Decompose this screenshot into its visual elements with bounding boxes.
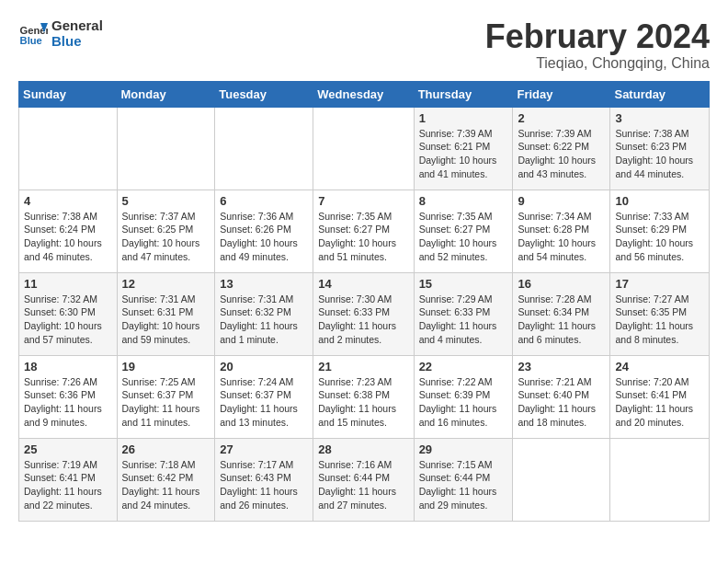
day-info: Sunrise: 7:18 AM Sunset: 6:42 PM Dayligh… [122,458,210,512]
day-number: 3 [615,111,704,125]
day-info: Sunrise: 7:25 AM Sunset: 6:37 PM Dayligh… [122,375,210,430]
calendar-cell: 24Sunrise: 7:20 AM Sunset: 6:41 PM Dayli… [610,355,710,438]
day-number: 27 [220,442,308,456]
day-header-wednesday: Wednesday [313,81,414,107]
calendar-cell [19,107,118,190]
calendar-cell: 7Sunrise: 7:35 AM Sunset: 6:27 PM Daylig… [313,190,414,272]
calendar-cell: 10Sunrise: 7:33 AM Sunset: 6:29 PM Dayli… [610,190,710,272]
day-info: Sunrise: 7:39 AM Sunset: 6:21 PM Dayligh… [419,127,508,181]
day-number: 24 [615,360,704,373]
calendar-cell: 3Sunrise: 7:38 AM Sunset: 6:23 PM Daylig… [610,107,710,190]
day-info: Sunrise: 7:38 AM Sunset: 6:23 PM Dayligh… [615,127,704,181]
day-number: 18 [24,360,112,373]
calendar-cell: 11Sunrise: 7:32 AM Sunset: 6:30 PM Dayli… [19,272,118,355]
day-number: 2 [518,111,605,125]
day-info: Sunrise: 7:37 AM Sunset: 6:25 PM Dayligh… [122,210,210,264]
day-number: 10 [615,194,704,208]
calendar-cell: 15Sunrise: 7:29 AM Sunset: 6:33 PM Dayli… [414,272,513,355]
day-header-tuesday: Tuesday [215,81,313,107]
calendar-cell: 14Sunrise: 7:30 AM Sunset: 6:33 PM Dayli… [313,272,414,355]
day-info: Sunrise: 7:15 AM Sunset: 6:44 PM Dayligh… [419,458,508,512]
calendar-week-row: 18Sunrise: 7:26 AM Sunset: 6:36 PM Dayli… [19,355,710,438]
calendar-cell: 18Sunrise: 7:26 AM Sunset: 6:36 PM Dayli… [19,355,118,438]
logo-icon: General Blue [18,19,48,49]
day-number: 5 [122,194,210,208]
logo-blue: Blue [51,34,103,50]
calendar-cell: 13Sunrise: 7:31 AM Sunset: 6:32 PM Dayli… [215,272,313,355]
month-title: February 2024 [485,18,710,55]
calendar-cell: 21Sunrise: 7:23 AM Sunset: 6:38 PM Dayli… [313,355,414,438]
calendar-week-row: 4Sunrise: 7:38 AM Sunset: 6:24 PM Daylig… [19,190,710,272]
day-info: Sunrise: 7:24 AM Sunset: 6:37 PM Dayligh… [220,375,308,430]
day-number: 13 [220,277,308,291]
calendar-cell: 8Sunrise: 7:35 AM Sunset: 6:27 PM Daylig… [414,190,513,272]
day-number: 20 [220,360,308,373]
day-number: 17 [615,277,704,291]
day-info: Sunrise: 7:30 AM Sunset: 6:33 PM Dayligh… [318,293,408,347]
calendar-cell: 17Sunrise: 7:27 AM Sunset: 6:35 PM Dayli… [610,272,710,355]
calendar-cell: 9Sunrise: 7:34 AM Sunset: 6:28 PM Daylig… [513,190,610,272]
day-info: Sunrise: 7:35 AM Sunset: 6:27 PM Dayligh… [318,210,408,264]
calendar-cell: 22Sunrise: 7:22 AM Sunset: 6:39 PM Dayli… [414,355,513,438]
day-number: 8 [419,194,508,208]
calendar-cell: 20Sunrise: 7:24 AM Sunset: 6:37 PM Dayli… [215,355,313,438]
day-info: Sunrise: 7:22 AM Sunset: 6:39 PM Dayligh… [419,375,508,430]
day-header-monday: Monday [117,81,215,107]
day-number: 16 [518,277,605,291]
day-number: 23 [518,360,605,373]
day-info: Sunrise: 7:21 AM Sunset: 6:40 PM Dayligh… [518,375,605,430]
day-number: 4 [24,194,112,208]
calendar-cell: 16Sunrise: 7:28 AM Sunset: 6:34 PM Dayli… [513,272,610,355]
calendar-cell: 4Sunrise: 7:38 AM Sunset: 6:24 PM Daylig… [19,190,118,272]
day-info: Sunrise: 7:28 AM Sunset: 6:34 PM Dayligh… [518,293,605,347]
day-number: 11 [24,277,112,291]
day-number: 15 [419,277,508,291]
calendar-cell: 23Sunrise: 7:21 AM Sunset: 6:40 PM Dayli… [513,355,610,438]
day-number: 21 [318,360,408,373]
day-info: Sunrise: 7:19 AM Sunset: 6:41 PM Dayligh… [24,458,112,512]
day-header-saturday: Saturday [610,81,710,107]
day-number: 26 [122,442,210,456]
day-header-sunday: Sunday [19,81,118,107]
calendar-cell [313,107,414,190]
logo-general: General [51,18,103,34]
day-info: Sunrise: 7:17 AM Sunset: 6:43 PM Dayligh… [220,458,308,512]
day-number: 6 [220,194,308,208]
svg-text:Blue: Blue [20,35,42,46]
location-subtitle: Tieqiao, Chongqing, China [485,55,710,72]
day-header-thursday: Thursday [414,81,513,107]
day-info: Sunrise: 7:20 AM Sunset: 6:41 PM Dayligh… [615,375,704,430]
calendar-cell: 27Sunrise: 7:17 AM Sunset: 6:43 PM Dayli… [215,438,313,521]
day-number: 25 [24,442,112,456]
calendar-cell: 29Sunrise: 7:15 AM Sunset: 6:44 PM Dayli… [414,438,513,521]
calendar-cell [215,107,313,190]
day-info: Sunrise: 7:38 AM Sunset: 6:24 PM Dayligh… [24,210,112,264]
calendar-cell [610,438,710,521]
calendar-cell: 1Sunrise: 7:39 AM Sunset: 6:21 PM Daylig… [414,107,513,190]
calendar-cell [513,438,610,521]
calendar-cell: 5Sunrise: 7:37 AM Sunset: 6:25 PM Daylig… [117,190,215,272]
day-number: 14 [318,277,408,291]
title-block: February 2024 Tieqiao, Chongqing, China [485,18,710,72]
day-info: Sunrise: 7:27 AM Sunset: 6:35 PM Dayligh… [615,293,704,347]
calendar-cell [117,107,215,190]
day-info: Sunrise: 7:31 AM Sunset: 6:31 PM Dayligh… [122,293,210,347]
calendar-week-row: 11Sunrise: 7:32 AM Sunset: 6:30 PM Dayli… [19,272,710,355]
calendar-cell: 2Sunrise: 7:39 AM Sunset: 6:22 PM Daylig… [513,107,610,190]
day-info: Sunrise: 7:26 AM Sunset: 6:36 PM Dayligh… [24,375,112,430]
calendar-cell: 6Sunrise: 7:36 AM Sunset: 6:26 PM Daylig… [215,190,313,272]
day-info: Sunrise: 7:39 AM Sunset: 6:22 PM Dayligh… [518,127,605,181]
calendar-week-row: 1Sunrise: 7:39 AM Sunset: 6:21 PM Daylig… [19,107,710,190]
day-info: Sunrise: 7:36 AM Sunset: 6:26 PM Dayligh… [220,210,308,264]
day-info: Sunrise: 7:32 AM Sunset: 6:30 PM Dayligh… [24,293,112,347]
day-info: Sunrise: 7:33 AM Sunset: 6:29 PM Dayligh… [615,210,704,264]
day-info: Sunrise: 7:16 AM Sunset: 6:44 PM Dayligh… [318,458,408,512]
day-info: Sunrise: 7:35 AM Sunset: 6:27 PM Dayligh… [419,210,508,264]
calendar-cell: 19Sunrise: 7:25 AM Sunset: 6:37 PM Dayli… [117,355,215,438]
day-number: 9 [518,194,605,208]
calendar-cell: 25Sunrise: 7:19 AM Sunset: 6:41 PM Dayli… [19,438,118,521]
calendar-week-row: 25Sunrise: 7:19 AM Sunset: 6:41 PM Dayli… [19,438,710,521]
calendar-cell: 12Sunrise: 7:31 AM Sunset: 6:31 PM Dayli… [117,272,215,355]
day-info: Sunrise: 7:34 AM Sunset: 6:28 PM Dayligh… [518,210,605,264]
day-number: 12 [122,277,210,291]
